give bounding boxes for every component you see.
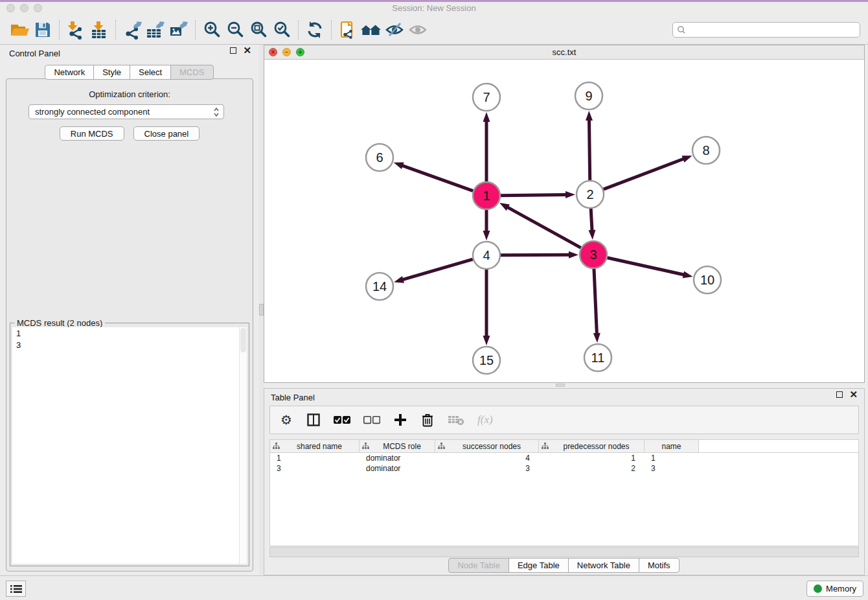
close-panel-button[interactable]: Close panel xyxy=(133,126,200,141)
close-panel-icon[interactable]: ✕ xyxy=(243,47,251,54)
tab-network-table[interactable]: Network Table xyxy=(568,558,639,573)
network-window-titlebar[interactable]: × − + scc.txt xyxy=(264,45,864,60)
graph-node-8[interactable]: 8 xyxy=(692,137,720,164)
graph-node-6[interactable]: 6 xyxy=(366,144,393,171)
graph-node-4[interactable]: 4 xyxy=(473,242,500,269)
optimization-criterion-select[interactable]: strongly connected component xyxy=(29,104,224,119)
float-table-panel-icon[interactable] xyxy=(836,391,843,398)
search-box[interactable] xyxy=(672,22,860,38)
tab-edge-table[interactable]: Edge Table xyxy=(508,558,569,573)
graph-edge-3-11[interactable] xyxy=(594,269,597,334)
zoom-fit-button[interactable] xyxy=(247,18,270,41)
show-all-icon xyxy=(408,20,428,40)
search-input[interactable] xyxy=(686,25,856,34)
deselect-all-rows-button[interactable] xyxy=(363,412,380,428)
splitter-grip[interactable] xyxy=(259,304,264,316)
import-table-button[interactable] xyxy=(87,18,111,41)
vertical-splitter[interactable] xyxy=(259,45,264,575)
tab-node-table[interactable]: Node Table xyxy=(448,558,509,573)
delete-row-icon xyxy=(422,413,433,427)
delete-table-button[interactable] xyxy=(448,412,464,428)
graph-arrowhead xyxy=(483,112,490,122)
refresh-button[interactable] xyxy=(303,18,326,41)
column-header-predecessor-nodes[interactable]: predecessor nodes xyxy=(539,440,645,452)
delete-row-button[interactable] xyxy=(420,412,435,428)
refresh-icon xyxy=(305,20,325,40)
zoom-in-button[interactable] xyxy=(200,18,223,41)
table-header: shared nameMCDS rolesuccessor nodesprede… xyxy=(270,440,858,453)
graph-node-10[interactable]: 10 xyxy=(694,266,721,294)
network-canvas[interactable]: 7968124314101511 xyxy=(264,60,864,382)
new-network-from-selection-button[interactable] xyxy=(336,18,360,41)
graph-node-3[interactable]: 3 xyxy=(580,241,607,268)
add-row-button[interactable] xyxy=(393,412,407,428)
graph-node-9[interactable]: 9 xyxy=(575,82,602,110)
table-row[interactable]: 3dominator323 xyxy=(270,463,858,474)
column-header-MCDS-role[interactable]: MCDS role xyxy=(360,440,435,452)
column-type-icon xyxy=(273,443,280,450)
table-row[interactable]: 1dominator411 xyxy=(270,453,858,463)
show-all-button[interactable] xyxy=(406,18,429,41)
table-cell: 3 xyxy=(645,464,699,473)
export-table-button[interactable] xyxy=(144,18,167,41)
memory-button[interactable]: Memory xyxy=(806,581,863,597)
graph-edge-1-6[interactable] xyxy=(402,165,473,190)
tab-mcds[interactable]: MCDS xyxy=(170,65,213,80)
first-neighbors-button[interactable] xyxy=(360,18,383,41)
table-settings-button[interactable]: ⚙ xyxy=(279,412,293,428)
horizontal-splitter-grip[interactable] xyxy=(556,384,565,387)
mcds-result-title: MCDS result (2 nodes) xyxy=(14,318,105,328)
result-scrollbar[interactable] xyxy=(239,327,247,564)
export-image-button[interactable] xyxy=(167,18,190,41)
table-panel: Table Panel ✕ ⚙f(x) shared nameMCDS role… xyxy=(264,388,865,575)
network-view-window: × − + scc.txt 7968124314101511 xyxy=(264,45,865,383)
graph-edge-2-9[interactable] xyxy=(589,119,589,180)
graph-edge-1-2[interactable] xyxy=(501,194,567,195)
graph-edge-4-14[interactable] xyxy=(402,259,473,280)
export-network-button[interactable] xyxy=(120,18,144,41)
graph-node-15[interactable]: 15 xyxy=(473,347,500,374)
graph-edge-2-3[interactable] xyxy=(591,209,592,231)
hide-selected-button[interactable] xyxy=(383,18,406,41)
graph-node-2[interactable]: 2 xyxy=(577,181,604,208)
graph-edge-3-10[interactable] xyxy=(607,258,684,275)
search-icon xyxy=(677,25,686,34)
zoom-out-icon xyxy=(225,20,245,40)
first-neighbors-icon xyxy=(360,20,382,40)
zoom-selected-button[interactable] xyxy=(270,18,293,41)
task-history-button[interactable] xyxy=(6,581,26,597)
mcds-result-line: 1 xyxy=(12,327,247,339)
graph-edge-2-8[interactable] xyxy=(604,159,685,189)
column-header-successor-nodes[interactable]: successor nodes xyxy=(435,440,539,452)
table-cell: 1 xyxy=(270,454,360,463)
graph-node-7[interactable]: 7 xyxy=(473,84,500,111)
run-mcds-button[interactable]: Run MCDS xyxy=(60,126,124,141)
column-layout-button[interactable] xyxy=(306,412,321,428)
function-builder-button[interactable]: f(x) xyxy=(477,412,493,428)
import-network-button[interactable] xyxy=(64,18,87,41)
mcds-result-area[interactable]: 13 xyxy=(12,327,247,564)
tab-network[interactable]: Network xyxy=(45,65,94,80)
column-header-name[interactable]: name xyxy=(645,440,699,452)
optimization-criterion-label: Optimization criterion: xyxy=(6,89,253,99)
table-tabs: Node TableEdge TableNetwork TableMotifs xyxy=(264,557,864,573)
graph-edge-3-1[interactable] xyxy=(507,207,581,248)
close-table-panel-icon[interactable]: ✕ xyxy=(849,391,858,398)
float-panel-icon[interactable] xyxy=(230,47,236,54)
table-cell: 1 xyxy=(539,454,645,463)
open-file-button[interactable] xyxy=(8,18,31,41)
column-header-shared-name[interactable]: shared name xyxy=(270,440,360,452)
graph-node-1[interactable]: 1 xyxy=(473,182,500,209)
graph-node-14[interactable]: 14 xyxy=(366,273,393,300)
main-toolbar xyxy=(0,15,868,45)
zoom-out-button[interactable] xyxy=(223,18,247,41)
save-session-button[interactable] xyxy=(31,18,54,41)
tab-select[interactable]: Select xyxy=(130,65,171,80)
graph-arrowhead xyxy=(483,231,490,240)
graph-edge-4-3[interactable] xyxy=(501,255,570,255)
graph-node-label: 2 xyxy=(586,187,593,202)
tab-motifs[interactable]: Motifs xyxy=(639,558,680,573)
tab-style[interactable]: Style xyxy=(93,65,130,80)
select-all-rows-button[interactable] xyxy=(334,412,350,428)
graph-node-11[interactable]: 11 xyxy=(584,344,611,371)
